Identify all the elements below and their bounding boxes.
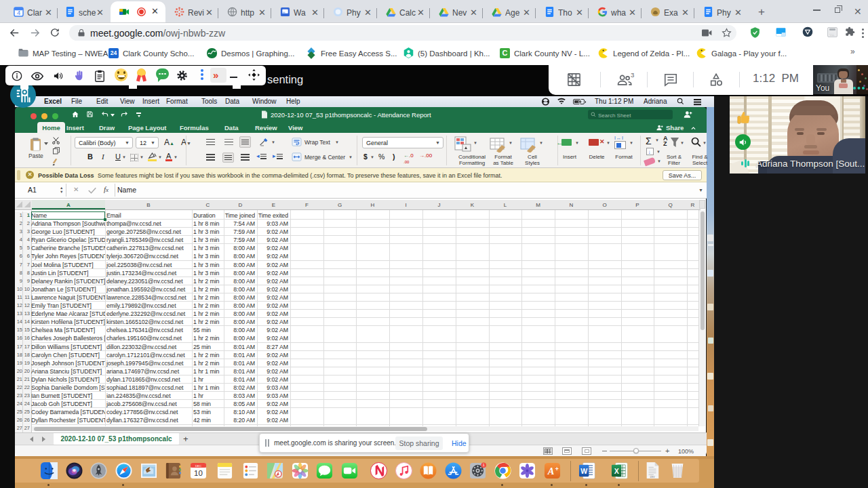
svg-text:1: 1 bbox=[483, 463, 485, 467]
svg-text:csv: csv bbox=[650, 475, 656, 479]
svg-text:X: X bbox=[614, 467, 619, 475]
svg-text:W: W bbox=[580, 467, 587, 475]
svg-text:+: + bbox=[555, 466, 559, 472]
svg-text:10: 10 bbox=[194, 469, 203, 477]
svg-text:3: 3 bbox=[631, 73, 634, 79]
svg-text:4: 4 bbox=[17, 9, 20, 16]
svg-text:A: A bbox=[547, 466, 555, 476]
svg-text:DEC: DEC bbox=[195, 464, 201, 468]
